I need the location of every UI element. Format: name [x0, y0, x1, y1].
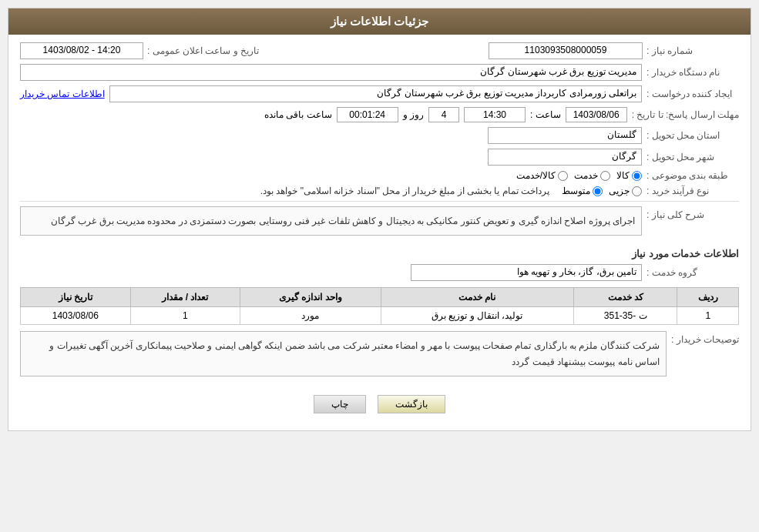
sharh-value: اجرای پروژه اصلاح اندازه گیری و تعویض کن… [20, 206, 642, 236]
cell-tarikh: 1403/08/06 [21, 307, 131, 325]
table-row: 1 ت -35-351 تولید، انتقال و توزیع برق مو… [21, 307, 739, 325]
col-tarikh: تاریخ نیاز [21, 288, 131, 307]
tosiyat-value: شرکت کنندگان ملزم به بارگذاری تمام صفحات… [20, 331, 667, 376]
sharh-label: شرح کلی نیاز : [646, 206, 739, 220]
tosiyat-label: توصیحات خریدار : [671, 331, 739, 345]
col-radif: ردیف [677, 288, 739, 307]
print-button[interactable]: چاپ [314, 395, 366, 413]
nooe-option-motavasset[interactable]: متوسط [562, 186, 603, 196]
shahr-value: گرگان [488, 149, 642, 166]
tabaqe-radio-group: کالا خدمت کالا/خدمت [516, 170, 642, 181]
ijad-konande-link[interactable]: اطلاعات تماس خریدار [20, 89, 105, 99]
nooe-farayand-label: نوع فرآیند خرید : [646, 186, 739, 196]
nooe-farayand-radio-group: جزیی متوسط [562, 186, 642, 196]
goroh-label: گروه خدمت : [646, 267, 739, 278]
nam-dastgah-label: نام دستگاه خریدار : [646, 67, 739, 78]
cell-tedad: 1 [130, 307, 240, 325]
nam-dastgah-value: مدیریت توزیع برق غرب شهرستان گرگان [20, 64, 642, 81]
col-vahed: واحد اندازه گیری [240, 288, 381, 307]
back-button[interactable]: بازگشت [378, 395, 445, 413]
mohlat-saat-label: ساعت : [530, 109, 561, 120]
action-buttons: بازگشت چاپ [20, 389, 739, 423]
shahr-label: شهر محل تحویل : [646, 152, 739, 162]
ostan-label: استان محل تحویل : [646, 130, 739, 141]
mohlat-remaining: 00:01:24 [337, 107, 398, 122]
shomara-niaz-label: شماره نیاز : [646, 45, 739, 56]
col-kod: کد خدمت [573, 288, 677, 307]
mohlat-roz-label: روز و [403, 109, 424, 120]
mohlat-date: 1403/08/06 [566, 107, 627, 122]
cell-nam: تولید، انتقال و توزیع برق [381, 307, 573, 325]
mohlat-label: مهلت ارسال پاسخ: تا تاریخ : [632, 109, 739, 120]
mohlat-saat: 14:30 [464, 107, 526, 122]
mohlat-remaining-label: ساعت باقی مانده [264, 109, 332, 120]
col-tedad: تعداد / مقدار [130, 288, 240, 307]
tabaqe-option-kala-khedmat[interactable]: کالا/خدمت [516, 170, 568, 181]
ijad-konande-label: ایجاد کننده درخواست : [646, 89, 739, 99]
nooe-option-jozi[interactable]: جزیی [609, 186, 642, 196]
tabaqe-label: طبقه بندی موضوعی : [646, 170, 739, 181]
ijad-konande-value: براتعلی زورمرادی کاربرداز مدیریت توزیع ب… [109, 85, 642, 102]
page-title: جزئیات اطلاعات نیاز [331, 15, 428, 28]
ostan-value: گلستان [488, 127, 642, 144]
col-nam: نام خدمت [381, 288, 573, 307]
tabaqe-option-khedmat[interactable]: خدمت [574, 170, 610, 181]
goroh-value: تامین برق، گاز، بخار و تهویه هوا [411, 264, 642, 281]
nooe-farayand-text: پرداخت تمام یا بخشی از مبلغ خریدار از مح… [260, 186, 549, 196]
tabaqe-option-kala[interactable]: کالا [616, 170, 642, 181]
items-table: ردیف کد خدمت نام خدمت واحد اندازه گیری ت… [20, 287, 739, 325]
shomara-niaz-value: 1103093508000059 [489, 42, 643, 59]
tarikh-label: تاریخ و ساعت اعلان عمومی : [147, 45, 259, 56]
mohlat-roz: 4 [428, 107, 459, 122]
cell-radif: 1 [677, 307, 739, 325]
cell-kod: ت -35-351 [573, 307, 677, 325]
khadamat-title: اطلاعات خدمات مورد نیاز [20, 248, 739, 259]
page-header: جزئیات اطلاعات نیاز [8, 8, 751, 35]
tarikh-value: 1403/08/02 - 14:20 [20, 42, 143, 59]
cell-vahed: مورد [240, 307, 381, 325]
